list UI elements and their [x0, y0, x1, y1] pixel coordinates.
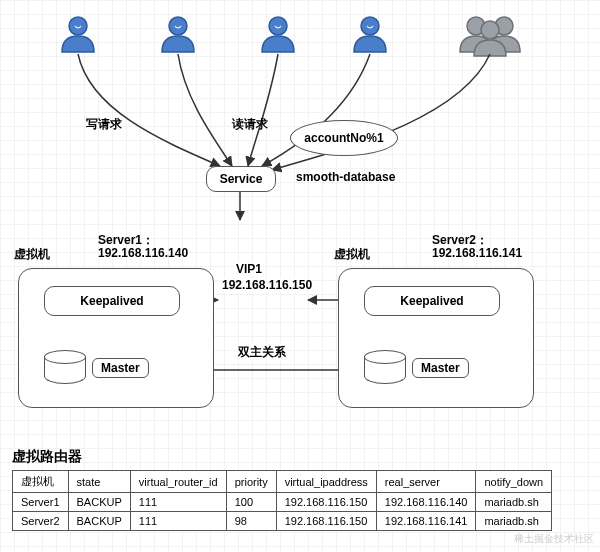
dual-master-label: 双主关系 — [236, 344, 288, 361]
client-user-icon — [354, 17, 386, 52]
watermark: 稀土掘金技术社区 — [514, 532, 594, 546]
col-state: state — [68, 471, 130, 493]
write-request-label: 写请求 — [86, 116, 122, 133]
col-vip: virtual_ipaddress — [276, 471, 376, 493]
server2-keepalived-label: Keepalived — [400, 294, 463, 308]
vrouter-title: 虚拟路由器 — [12, 448, 82, 466]
server1-keepalived: Keepalived — [44, 286, 180, 316]
col-vrid: virtual_router_id — [130, 471, 226, 493]
table-row: Server1 BACKUP 111 100 192.168.116.150 1… — [13, 493, 552, 512]
vip-name: VIP1 — [234, 262, 264, 276]
server1-ip: 192.168.116.140 — [98, 246, 188, 260]
vrouter-table: 虚拟机 state virtual_router_id priority vir… — [12, 470, 552, 531]
server2-keepalived: Keepalived — [364, 286, 500, 316]
server1-keepalived-label: Keepalived — [80, 294, 143, 308]
server2-master-db: Master — [364, 350, 406, 384]
server1-master-db: Master — [44, 350, 86, 384]
table-row: Server2 BACKUP 111 98 192.168.116.150 19… — [13, 512, 552, 531]
service-box: Service — [206, 166, 276, 192]
server2-ip: 192.168.116.141 — [432, 246, 522, 260]
partition-key-text: accountNo%1 — [304, 131, 383, 145]
table-header-row: 虚拟机 state virtual_router_id priority vir… — [13, 471, 552, 493]
col-priority: priority — [226, 471, 276, 493]
server2-master-label: Master — [412, 358, 469, 378]
col-notify: notify_down — [476, 471, 552, 493]
client-user-icon — [262, 17, 294, 52]
server1-master-label: Master — [92, 358, 149, 378]
vip-ip: 192.168.116.150 — [220, 278, 306, 292]
service-label: Service — [220, 172, 263, 186]
partition-key-bubble: accountNo%1 — [290, 120, 398, 156]
col-real: real_server — [376, 471, 476, 493]
client-user-icon — [162, 17, 194, 52]
client-user-icon — [62, 17, 94, 52]
client-group-icon — [460, 17, 520, 56]
server2-vm-label: 虚拟机 — [334, 246, 370, 263]
smooth-database-label: smooth-database — [296, 170, 395, 184]
database-icon — [44, 350, 86, 384]
database-icon — [364, 350, 406, 384]
col-vm: 虚拟机 — [13, 471, 69, 493]
read-request-label: 读请求 — [232, 116, 268, 133]
server1-vm-label: 虚拟机 — [14, 246, 50, 263]
